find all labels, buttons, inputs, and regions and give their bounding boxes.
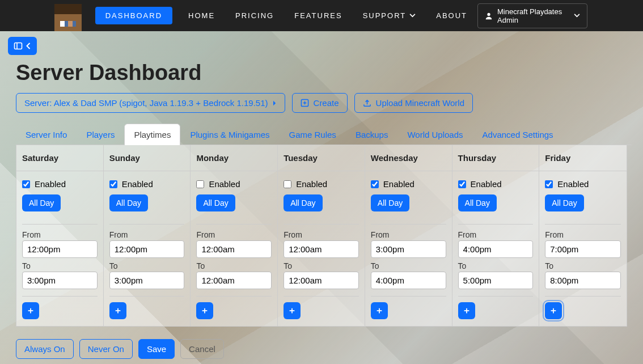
divider — [545, 224, 621, 225]
save-button[interactable]: Save — [138, 339, 175, 359]
nav-support-label: SUPPORT — [363, 11, 407, 20]
enable-row[interactable]: Enabled — [371, 179, 446, 189]
upload-world-button[interactable]: Upload Minecraft World — [354, 93, 473, 113]
enabled-checkbox[interactable] — [284, 180, 291, 188]
divider — [458, 224, 534, 225]
add-time-button[interactable] — [458, 302, 475, 319]
divider — [196, 296, 272, 297]
tab-game-rules[interactable]: Game Rules — [280, 124, 346, 145]
from-label: From — [109, 230, 185, 239]
day-column: MondayEnabledAll DayFromTo — [191, 145, 278, 326]
svg-rect-1 — [15, 43, 22, 49]
day-column: SundayEnabledAll DayFromTo — [104, 145, 191, 326]
enable-row[interactable]: Enabled — [22, 179, 98, 189]
tab-players[interactable]: Players — [77, 124, 124, 145]
enable-row[interactable]: Enabled — [109, 179, 185, 189]
day-column: ThursdayEnabledAll DayFromTo — [452, 145, 540, 326]
enable-row[interactable]: Enabled — [196, 179, 272, 189]
enabled-checkbox[interactable] — [371, 180, 379, 188]
tab-server-info[interactable]: Server Info — [16, 124, 77, 145]
add-time-button[interactable] — [196, 302, 213, 319]
cancel-button[interactable]: Cancel — [180, 339, 224, 359]
add-time-button[interactable] — [371, 302, 388, 319]
all-day-button[interactable]: All Day — [458, 194, 497, 211]
divider — [458, 296, 534, 297]
enabled-label: Enabled — [209, 179, 240, 189]
sidebar-toggle[interactable] — [8, 37, 37, 55]
to-input[interactable] — [196, 272, 272, 289]
plus-square-icon — [301, 99, 309, 107]
tab-playtimes[interactable]: Playtimes — [124, 124, 180, 145]
from-input[interactable] — [109, 240, 185, 258]
enabled-label: Enabled — [471, 179, 502, 189]
create-button[interactable]: Create — [292, 93, 348, 113]
from-input[interactable] — [371, 240, 446, 258]
from-input[interactable] — [458, 240, 534, 258]
upload-world-label: Upload Minecraft World — [376, 98, 464, 108]
tab-advanced[interactable]: Advanced Settings — [473, 124, 563, 145]
chevron-down-icon — [574, 14, 580, 18]
enabled-checkbox[interactable] — [196, 180, 204, 188]
from-input[interactable] — [22, 240, 98, 258]
tab-plugins[interactable]: Plugins & Minigames — [180, 124, 279, 145]
divider — [284, 296, 359, 297]
divider — [196, 224, 272, 225]
server-selector[interactable]: Server: Alex & Dad SMP (spigot, Java 1.1… — [16, 93, 285, 113]
from-input[interactable] — [545, 240, 621, 258]
nav-features[interactable]: FEATURES — [284, 7, 352, 24]
all-day-button[interactable]: All Day — [371, 194, 409, 211]
logo[interactable] — [53, 0, 83, 31]
enable-row[interactable]: Enabled — [284, 179, 359, 189]
enabled-checkbox[interactable] — [109, 180, 117, 188]
from-input[interactable] — [196, 240, 272, 258]
divider — [545, 296, 621, 297]
all-day-button[interactable]: All Day — [22, 194, 61, 211]
from-input[interactable] — [284, 240, 359, 258]
nav-pricing[interactable]: PRICING — [225, 7, 284, 24]
day-column: SaturdayEnabledAll DayFromTo — [16, 145, 104, 326]
all-day-button[interactable]: All Day — [109, 194, 148, 211]
enable-row[interactable]: Enabled — [545, 179, 621, 189]
add-time-button[interactable] — [109, 302, 126, 319]
enabled-checkbox[interactable] — [545, 180, 553, 188]
enable-row[interactable]: Enabled — [458, 179, 534, 189]
never-on-button[interactable]: Never On — [79, 339, 133, 359]
plus-icon — [375, 307, 383, 315]
to-input[interactable] — [284, 272, 359, 289]
to-input[interactable] — [109, 272, 185, 289]
nav-support[interactable]: SUPPORT — [353, 7, 426, 24]
enabled-label: Enabled — [296, 179, 327, 189]
add-time-button[interactable] — [284, 302, 301, 319]
add-time-button[interactable] — [22, 302, 39, 319]
from-label: From — [458, 230, 534, 239]
enabled-label: Enabled — [383, 179, 414, 189]
panel-icon — [14, 41, 23, 50]
page-title: Server Dashboard — [16, 61, 632, 85]
divider — [109, 224, 185, 225]
divider — [371, 224, 446, 225]
tab-world-uploads[interactable]: World Uploads — [397, 124, 472, 145]
day-header: Monday — [191, 145, 277, 171]
bottom-actions: Always On Never On Save Cancel — [16, 336, 632, 362]
enabled-label: Enabled — [35, 179, 66, 189]
user-icon — [485, 12, 493, 20]
nav-home[interactable]: HOME — [178, 7, 225, 24]
plus-icon — [463, 307, 471, 315]
nav-dashboard[interactable]: DASHBOARD — [95, 7, 172, 24]
account-menu[interactable]: Minecraft Playdates Admin — [477, 3, 587, 28]
nav-about[interactable]: ABOUT — [426, 7, 477, 24]
add-time-button[interactable] — [545, 302, 562, 319]
all-day-button[interactable]: All Day — [196, 194, 235, 211]
all-day-button[interactable]: All Day — [545, 194, 583, 211]
all-day-button[interactable]: All Day — [284, 194, 322, 211]
always-on-button[interactable]: Always On — [16, 339, 74, 359]
to-input[interactable] — [458, 272, 534, 289]
create-button-label: Create — [314, 98, 339, 108]
to-input[interactable] — [545, 272, 621, 289]
top-nav: DASHBOARD HOME PRICING FEATURES SUPPORT … — [0, 0, 643, 31]
enabled-checkbox[interactable] — [22, 180, 30, 188]
to-input[interactable] — [22, 272, 98, 289]
enabled-checkbox[interactable] — [458, 180, 466, 188]
to-input[interactable] — [371, 272, 446, 289]
tab-backups[interactable]: Backups — [346, 124, 398, 145]
